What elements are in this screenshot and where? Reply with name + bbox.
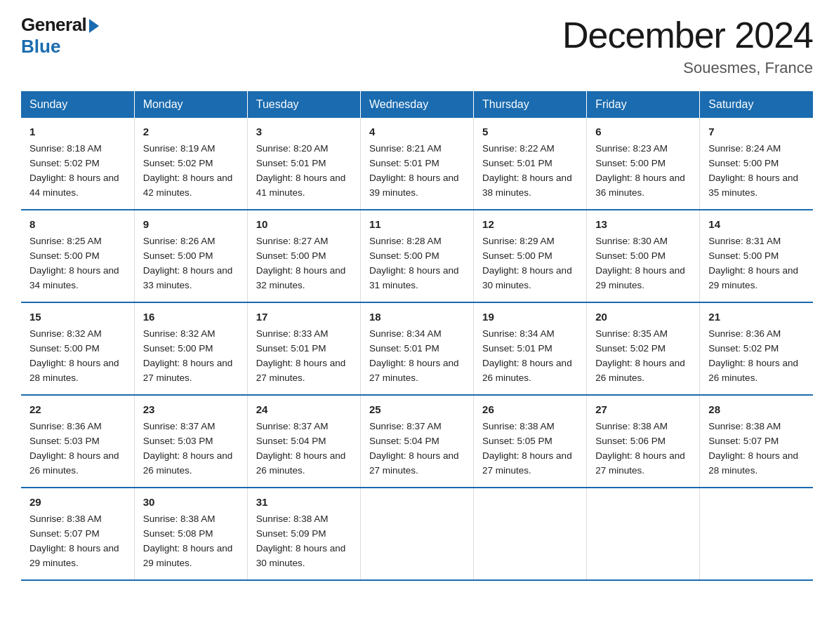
sunrise-label: Sunrise: 8:18 AM	[29, 143, 102, 154]
sunset-label: Sunset: 5:01 PM	[256, 343, 326, 354]
header-wednesday: Wednesday	[360, 91, 473, 118]
daylight-label: Daylight: 8 hours and 41 minutes.	[256, 173, 346, 198]
calendar-cell: 2Sunrise: 8:19 AMSunset: 5:02 PMDaylight…	[134, 118, 247, 210]
daylight-label: Daylight: 8 hours and 30 minutes.	[482, 265, 572, 290]
calendar-cell: 16Sunrise: 8:32 AMSunset: 5:00 PMDayligh…	[134, 302, 247, 395]
day-number: 30	[143, 494, 239, 510]
sunrise-label: Sunrise: 8:33 AM	[256, 328, 329, 339]
day-number: 15	[29, 309, 126, 325]
calendar-cell: 14Sunrise: 8:31 AMSunset: 5:00 PMDayligh…	[700, 210, 813, 302]
day-number: 5	[482, 123, 578, 140]
day-number: 28	[708, 401, 805, 417]
daylight-label: Daylight: 8 hours and 27 minutes.	[143, 358, 233, 383]
sunrise-label: Sunrise: 8:25 AM	[29, 236, 102, 246]
calendar-cell: 18Sunrise: 8:34 AMSunset: 5:01 PMDayligh…	[360, 302, 473, 395]
calendar-table: SundayMondayTuesdayWednesdayThursdayFrid…	[21, 91, 813, 581]
calendar-cell	[474, 488, 587, 580]
day-number: 20	[595, 309, 691, 325]
day-number: 24	[256, 401, 352, 417]
sunset-label: Sunset: 5:00 PM	[29, 250, 100, 261]
logo-general-text: General	[21, 14, 86, 36]
sunset-label: Sunset: 5:00 PM	[482, 250, 552, 261]
sunset-label: Sunset: 5:04 PM	[369, 436, 439, 446]
sunrise-label: Sunrise: 8:28 AM	[369, 236, 442, 246]
sunrise-label: Sunrise: 8:34 AM	[482, 328, 555, 339]
sunrise-label: Sunrise: 8:24 AM	[708, 143, 781, 154]
sunrise-label: Sunrise: 8:20 AM	[256, 143, 329, 154]
sunrise-label: Sunrise: 8:35 AM	[595, 328, 668, 339]
sunrise-label: Sunrise: 8:30 AM	[595, 236, 668, 246]
logo-arrow-icon	[89, 19, 99, 33]
sunset-label: Sunset: 5:03 PM	[143, 436, 213, 446]
sunset-label: Sunset: 5:02 PM	[143, 158, 213, 168]
calendar-cell: 30Sunrise: 8:38 AMSunset: 5:08 PMDayligh…	[134, 488, 247, 580]
sunrise-label: Sunrise: 8:27 AM	[256, 236, 329, 246]
daylight-label: Daylight: 8 hours and 36 minutes.	[595, 173, 685, 198]
sunrise-label: Sunrise: 8:29 AM	[482, 236, 555, 246]
header-monday: Monday	[134, 91, 247, 118]
day-number: 18	[369, 309, 465, 325]
sunrise-label: Sunrise: 8:37 AM	[369, 421, 442, 431]
calendar-cell: 8Sunrise: 8:25 AMSunset: 5:00 PMDaylight…	[21, 210, 134, 302]
sunset-label: Sunset: 5:00 PM	[256, 250, 326, 261]
calendar-cell: 17Sunrise: 8:33 AMSunset: 5:01 PMDayligh…	[247, 302, 360, 395]
sunrise-label: Sunrise: 8:36 AM	[708, 328, 781, 339]
calendar-week-row: 8Sunrise: 8:25 AMSunset: 5:00 PMDaylight…	[21, 210, 813, 302]
calendar-cell: 25Sunrise: 8:37 AMSunset: 5:04 PMDayligh…	[360, 395, 473, 488]
sunset-label: Sunset: 5:00 PM	[143, 343, 213, 354]
daylight-label: Daylight: 8 hours and 34 minutes.	[29, 265, 119, 290]
calendar-cell: 21Sunrise: 8:36 AMSunset: 5:02 PMDayligh…	[700, 302, 813, 395]
sunset-label: Sunset: 5:01 PM	[369, 343, 439, 354]
sunset-label: Sunset: 5:01 PM	[369, 158, 439, 168]
sunrise-label: Sunrise: 8:22 AM	[482, 143, 555, 154]
calendar-cell	[587, 488, 700, 580]
calendar-header-row: SundayMondayTuesdayWednesdayThursdayFrid…	[21, 91, 813, 118]
daylight-label: Daylight: 8 hours and 26 minutes.	[143, 450, 233, 476]
sunrise-label: Sunrise: 8:21 AM	[369, 143, 442, 154]
calendar-cell: 29Sunrise: 8:38 AMSunset: 5:07 PMDayligh…	[21, 488, 134, 580]
sunset-label: Sunset: 5:05 PM	[482, 436, 552, 446]
calendar-cell: 31Sunrise: 8:38 AMSunset: 5:09 PMDayligh…	[247, 488, 360, 580]
sunrise-label: Sunrise: 8:31 AM	[708, 236, 781, 246]
day-number: 8	[29, 216, 126, 232]
day-number: 14	[708, 216, 805, 232]
location-text: Souesmes, France	[562, 59, 813, 77]
calendar-cell: 10Sunrise: 8:27 AMSunset: 5:00 PMDayligh…	[247, 210, 360, 302]
daylight-label: Daylight: 8 hours and 44 minutes.	[29, 173, 119, 198]
calendar-week-row: 15Sunrise: 8:32 AMSunset: 5:00 PMDayligh…	[21, 302, 813, 395]
calendar-cell: 22Sunrise: 8:36 AMSunset: 5:03 PMDayligh…	[21, 395, 134, 488]
sunrise-label: Sunrise: 8:38 AM	[595, 421, 668, 431]
sunrise-label: Sunrise: 8:36 AM	[29, 421, 102, 431]
sunrise-label: Sunrise: 8:38 AM	[482, 421, 555, 431]
calendar-cell: 4Sunrise: 8:21 AMSunset: 5:01 PMDaylight…	[360, 118, 473, 210]
calendar-cell: 12Sunrise: 8:29 AMSunset: 5:00 PMDayligh…	[474, 210, 587, 302]
daylight-label: Daylight: 8 hours and 31 minutes.	[369, 265, 459, 290]
sunset-label: Sunset: 5:00 PM	[595, 158, 666, 168]
day-number: 4	[369, 123, 465, 140]
calendar-cell: 19Sunrise: 8:34 AMSunset: 5:01 PMDayligh…	[474, 302, 587, 395]
day-number: 12	[482, 216, 578, 232]
sunrise-label: Sunrise: 8:23 AM	[595, 143, 668, 154]
daylight-label: Daylight: 8 hours and 28 minutes.	[708, 450, 798, 476]
calendar-week-row: 29Sunrise: 8:38 AMSunset: 5:07 PMDayligh…	[21, 488, 813, 580]
sunset-label: Sunset: 5:01 PM	[482, 343, 552, 354]
sunset-label: Sunset: 5:00 PM	[708, 250, 779, 261]
daylight-label: Daylight: 8 hours and 29 minutes.	[708, 265, 798, 290]
day-number: 19	[482, 309, 578, 325]
sunrise-label: Sunrise: 8:38 AM	[256, 514, 329, 524]
daylight-label: Daylight: 8 hours and 29 minutes.	[143, 543, 233, 568]
day-number: 3	[256, 123, 352, 140]
day-number: 16	[143, 309, 239, 325]
header-friday: Friday	[587, 91, 700, 118]
daylight-label: Daylight: 8 hours and 29 minutes.	[29, 543, 119, 568]
daylight-label: Daylight: 8 hours and 27 minutes.	[482, 450, 572, 476]
sunset-label: Sunset: 5:06 PM	[595, 436, 666, 446]
calendar-week-row: 22Sunrise: 8:36 AMSunset: 5:03 PMDayligh…	[21, 395, 813, 488]
daylight-label: Daylight: 8 hours and 27 minutes.	[369, 450, 459, 476]
sunset-label: Sunset: 5:02 PM	[708, 343, 779, 354]
day-number: 17	[256, 309, 352, 325]
sunrise-label: Sunrise: 8:19 AM	[143, 143, 216, 154]
day-number: 22	[29, 401, 126, 417]
daylight-label: Daylight: 8 hours and 27 minutes.	[369, 358, 459, 383]
sunset-label: Sunset: 5:08 PM	[143, 528, 213, 539]
